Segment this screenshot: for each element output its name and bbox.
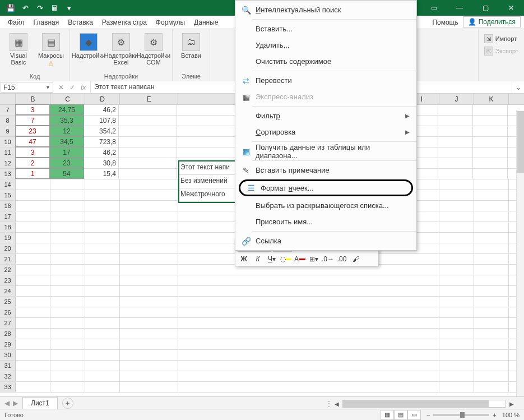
cell[interactable] [439,350,474,360]
cell[interactable] [120,350,178,360]
cell[interactable] [473,137,508,147]
cell[interactable]: 54 [49,168,84,179]
cell[interactable] [405,382,439,392]
close-icon[interactable]: ✕ [498,0,524,16]
cell[interactable] [50,275,85,285]
cell[interactable] [120,222,178,232]
cell[interactable] [405,307,439,317]
cell[interactable] [16,382,50,392]
col-header[interactable]: J [439,94,474,104]
menu-filter[interactable]: Фильтр▶ [235,108,416,124]
cell[interactable] [439,233,474,243]
cell[interactable] [16,350,50,360]
cell[interactable] [85,211,120,221]
cell[interactable] [405,275,439,285]
cell[interactable] [120,254,178,264]
cell[interactable] [439,265,474,275]
cell[interactable] [120,233,178,243]
cell[interactable] [120,243,178,253]
cell[interactable] [178,297,405,307]
cell[interactable] [16,201,50,211]
cell[interactable] [120,190,178,200]
cell[interactable] [85,307,120,317]
cell[interactable]: 15,4 [84,169,119,179]
insert-control-button[interactable]: 🗂Встави [176,31,206,59]
sheet-nav-next-icon[interactable]: ▶ [13,399,18,407]
cell[interactable]: 354,2 [84,126,119,136]
enter-formula-icon[interactable]: ✓ [69,84,75,91]
cell[interactable]: 23 [49,158,84,168]
cell[interactable] [50,179,85,190]
cell[interactable] [474,233,509,243]
macros-button[interactable]: ▤Макросы⚠ [36,31,66,67]
cell[interactable] [438,105,473,115]
row-header[interactable]: 28 [0,329,16,339]
cell[interactable] [473,105,508,115]
cell[interactable] [178,371,405,381]
cell[interactable] [405,350,439,360]
cell[interactable] [50,201,85,211]
add-sheet-button[interactable]: ＋ [62,398,73,409]
cell[interactable] [16,371,50,381]
cell[interactable] [474,339,509,349]
row-header[interactable]: 15 [0,190,16,200]
cell[interactable] [85,329,120,339]
cell[interactable]: 35,3 [49,115,84,126]
row-header[interactable]: 7 [0,105,16,115]
undo-icon[interactable]: ↶ [18,1,33,15]
cell[interactable] [16,318,50,328]
col-header[interactable]: B [16,94,50,104]
cell[interactable] [474,307,509,317]
cell[interactable] [405,371,439,381]
cell[interactable] [439,222,474,232]
cell[interactable]: 12 [49,126,84,136]
cell[interactable] [120,371,178,381]
redo-icon[interactable]: ↷ [33,1,47,15]
col-header[interactable]: K [474,94,509,104]
cell[interactable] [405,361,439,371]
cell[interactable] [50,307,85,317]
cell[interactable] [438,169,473,179]
tab-formulas[interactable]: Формулы [151,16,189,29]
cell[interactable] [85,275,120,285]
cell[interactable]: 23 [15,126,50,136]
row-header[interactable]: 31 [0,361,16,371]
cell[interactable] [473,116,508,126]
row-header[interactable]: 14 [0,179,16,190]
cell[interactable] [50,222,85,232]
col-header[interactable]: E [120,94,178,104]
cell[interactable] [439,371,474,381]
menu-define-name[interactable]: Присвоить имя... [235,214,416,230]
underline-button[interactable]: Ч▾ [266,253,278,265]
row-header[interactable]: 17 [0,211,16,221]
minimize-icon[interactable]: — [447,0,472,16]
cell[interactable]: 2 [15,158,50,168]
cell[interactable] [439,361,474,371]
cell[interactable] [439,297,474,307]
row-header[interactable]: 32 [0,371,16,381]
cell[interactable] [16,254,50,264]
select-all-corner[interactable] [0,94,16,104]
cell[interactable]: 47 [15,136,50,147]
cell[interactable] [120,211,178,221]
cell[interactable]: 1 [15,168,50,179]
cell[interactable] [474,190,509,200]
cell[interactable] [50,318,85,328]
menu-sort[interactable]: Сортировка▶ [235,124,416,140]
cell[interactable] [439,243,474,253]
menu-format-cells[interactable]: ☰Формат ячеек... [239,179,413,196]
calculator-icon[interactable]: 🖩 [47,1,62,15]
cell[interactable] [50,190,85,200]
cell[interactable] [474,222,509,232]
tab-home[interactable]: Главная [29,16,64,29]
cell[interactable] [439,179,474,190]
restore-icon[interactable]: ▢ [472,0,498,16]
increase-decimal-icon[interactable]: .0→ [322,253,334,265]
cell[interactable] [119,116,177,126]
cell[interactable] [474,318,509,328]
menu-translate[interactable]: ⇄Перевести [235,72,416,89]
cell[interactable] [178,275,405,285]
menu-clear-contents[interactable]: Очистить содержимое [235,53,416,70]
cell[interactable] [16,307,50,317]
cancel-formula-icon[interactable]: ✕ [58,84,64,91]
